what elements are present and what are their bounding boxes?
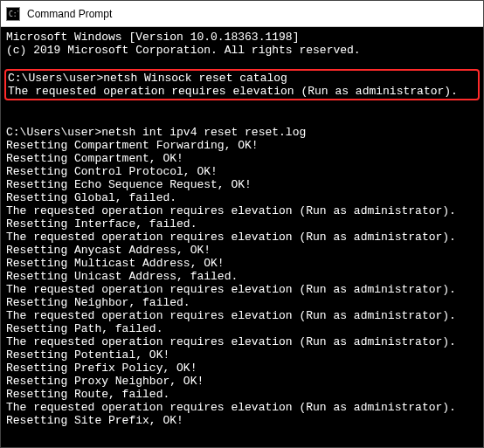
- terminal-line: Resetting Global, failed.: [6, 191, 478, 204]
- titlebar[interactable]: C:\ Command Prompt: [1, 1, 483, 27]
- terminal-line: (c) 2019 Microsoft Corporation. All righ…: [6, 44, 478, 57]
- terminal-line: Resetting Echo Sequence Request, OK!: [6, 178, 478, 191]
- terminal-line: Resetting Interface, failed.: [6, 217, 478, 231]
- terminal-line: Resetting Proxy Neighbor, OK!: [6, 375, 478, 388]
- terminal-output[interactable]: Microsoft Windows [Version 10.0.18363.11…: [1, 27, 483, 447]
- terminal-line: Resetting Prefix Policy, OK!: [6, 362, 478, 375]
- terminal-line: The requested operation requires elevati…: [6, 309, 478, 322]
- terminal-line: Microsoft Windows [Version 10.0.18363.11…: [6, 31, 478, 44]
- terminal-line: The requested operation requires elevati…: [6, 231, 478, 244]
- terminal-line: The requested operation requires elevati…: [6, 204, 478, 217]
- terminal-line: The requested operation requires elevati…: [6, 401, 478, 414]
- terminal-line: Resetting Anycast Address, OK!: [6, 244, 478, 257]
- terminal-line: Resetting Route, failed.: [6, 388, 478, 401]
- terminal-line: Resetting Compartment Forwarding, OK!: [6, 139, 478, 152]
- terminal-line: Resetting Path, failed.: [6, 322, 478, 335]
- terminal-line: C:\Users\user>netsh Winsock reset catalo…: [8, 72, 476, 85]
- command-prompt-window: C:\ Command Prompt Microsoft Windows [Ve…: [0, 0, 484, 448]
- terminal-line: C:\Users\user>netsh int ipv4 reset reset…: [6, 126, 478, 139]
- terminal-line: Resetting Potential, OK!: [6, 348, 478, 362]
- svg-text:C:\: C:\: [9, 10, 18, 18]
- highlighted-region: C:\Users\user>netsh Winsock reset catalo…: [4, 69, 480, 100]
- terminal-line: Resetting Compartment, OK!: [6, 152, 478, 165]
- cmd-icon: C:\: [6, 7, 20, 21]
- terminal-line: The requested operation requires elevati…: [6, 335, 478, 348]
- terminal-line: Resetting Site Prefix, OK!: [6, 414, 478, 427]
- terminal-line: The requested operation requires elevati…: [6, 283, 478, 296]
- terminal-line: Resetting Unicast Address, failed.: [6, 270, 478, 283]
- terminal-line: Resetting Control Protocol, OK!: [6, 165, 478, 178]
- window-title: Command Prompt: [27, 8, 112, 20]
- terminal-line: The requested operation requires elevati…: [8, 85, 476, 98]
- terminal-blank-line: [6, 57, 478, 70]
- terminal-blank-line: [6, 113, 478, 126]
- terminal-line: Resetting Multicast Address, OK!: [6, 257, 478, 270]
- terminal-line: Resetting Neighbor, failed.: [6, 296, 478, 309]
- terminal-blank-line: [6, 100, 478, 113]
